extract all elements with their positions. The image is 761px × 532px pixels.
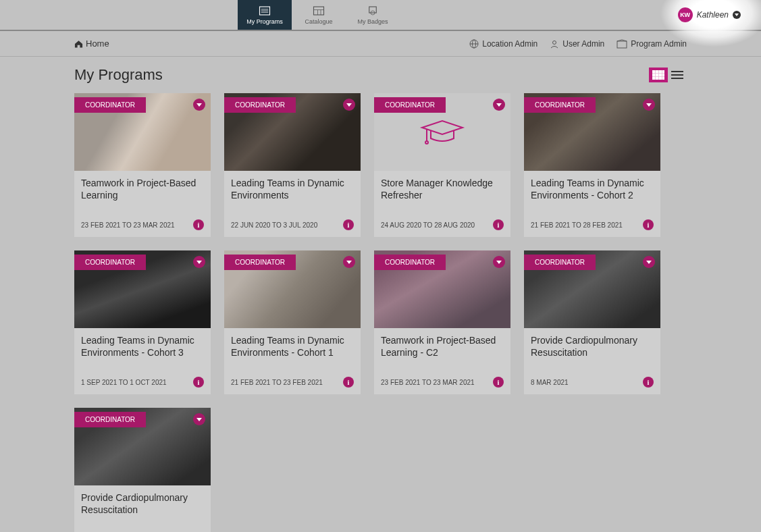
program-icon: [616, 39, 627, 49]
svg-rect-24: [656, 77, 658, 80]
card-dates: 1 SEP 2021 TO 1 OCT 2021: [81, 379, 167, 386]
program-card[interactable]: COORDINATOR Teamwork in Project-Based Le…: [374, 250, 510, 394]
programs-grid: COORDINATOR Teamwork in Project-Based Le…: [74, 93, 687, 532]
nav-my-badges[interactable]: My Badges: [346, 0, 400, 30]
program-card[interactable]: COORDINATOR Provide Cardiopulmonary Resu…: [524, 250, 660, 394]
info-button[interactable]: i: [193, 377, 204, 388]
card-menu-button[interactable]: [193, 256, 205, 268]
svg-rect-16: [656, 70, 658, 73]
chevron-down-icon: [733, 11, 741, 19]
card-image: COORDINATOR: [74, 408, 211, 485]
card-title: Leading Teams in Dynamic Environments - …: [81, 335, 204, 370]
content: My Programs COORDI: [0, 57, 761, 532]
card-dates: 23 FEB 2021 TO 23 MAR 2021: [81, 221, 175, 229]
chevron-down-icon: [346, 103, 352, 107]
location-admin-link[interactable]: Location Admin: [469, 39, 537, 49]
program-card[interactable]: COORDINATOR Leading Teams in Dynamic Env…: [524, 93, 660, 237]
role-badge: COORDINATOR: [374, 255, 446, 270]
svg-rect-17: [659, 70, 662, 73]
program-card[interactable]: COORDINATOR Leading Teams in Dynamic Env…: [224, 93, 361, 237]
view-toggle: [649, 68, 687, 82]
card-image: COORDINATOR: [74, 250, 211, 328]
svg-rect-8: [369, 7, 377, 13]
svg-point-31: [425, 141, 428, 144]
card-image: COORDINATOR: [224, 250, 361, 328]
nav-label: Catalogue: [305, 18, 332, 25]
role-badge: COORDINATOR: [74, 97, 146, 113]
program-card[interactable]: COORDINATOR Leading Teams in Dynamic Env…: [224, 250, 361, 394]
page-title: My Programs: [74, 66, 163, 84]
avatar: KW: [678, 7, 693, 22]
card-menu-button[interactable]: [643, 256, 655, 268]
user-menu[interactable]: KW Kathleen: [678, 7, 741, 22]
nav-label: My Badges: [357, 18, 388, 25]
grid-view-button[interactable]: [649, 68, 668, 82]
home-label: Home: [86, 38, 109, 49]
chevron-down-icon: [646, 261, 652, 264]
list-view-icon: [671, 70, 683, 80]
page-head: My Programs: [74, 66, 687, 84]
card-title: Store Manager Knowledge Refresher: [381, 178, 504, 213]
globe-icon: [469, 39, 479, 49]
chevron-down-icon: [496, 103, 502, 107]
card-menu-button[interactable]: [193, 413, 205, 425]
nav-my-programs[interactable]: My Programs: [238, 0, 292, 30]
card-dates: 23 FEB 2021 TO 23 MAR 2021: [381, 379, 475, 386]
role-badge: COORDINATOR: [74, 255, 146, 270]
home-icon: [74, 40, 83, 48]
svg-rect-20: [656, 74, 658, 76]
info-button[interactable]: i: [343, 377, 354, 388]
program-admin-link[interactable]: Program Admin: [616, 39, 687, 49]
svg-rect-18: [662, 70, 664, 73]
info-button[interactable]: i: [493, 219, 504, 230]
card-menu-button[interactable]: [343, 256, 355, 268]
info-button[interactable]: i: [193, 219, 204, 230]
card-image: COORDINATOR: [524, 93, 660, 171]
card-title: Teamwork in Project-Based Learning: [81, 178, 204, 213]
svg-rect-19: [652, 74, 655, 76]
svg-point-13: [553, 41, 556, 44]
info-button[interactable]: i: [343, 219, 354, 230]
card-title: Leading Teams in Dynamic Environments - …: [531, 178, 654, 213]
card-dates: 21 FEB 2021 TO 28 FEB 2021: [531, 221, 623, 229]
svg-rect-14: [617, 41, 627, 48]
card-menu-button[interactable]: [193, 99, 205, 111]
svg-rect-22: [662, 74, 664, 76]
info-button[interactable]: i: [493, 377, 504, 388]
card-dates: 22 JUN 2020 TO 3 JUL 2020: [231, 221, 317, 229]
svg-rect-21: [659, 74, 662, 76]
sub-nav: Home Location Admin User Admin Program A…: [0, 31, 761, 57]
card-menu-button[interactable]: [643, 99, 655, 111]
user-name: Kathleen: [697, 10, 729, 20]
list-icon: [259, 5, 271, 16]
card-menu-button[interactable]: [493, 256, 505, 268]
svg-rect-15: [652, 70, 655, 73]
chevron-down-icon: [496, 261, 502, 264]
role-badge: COORDINATOR: [224, 97, 296, 113]
card-dates: 24 AUG 2020 TO 28 AUG 2020: [381, 221, 475, 229]
user-icon: [550, 39, 559, 49]
nav-catalogue[interactable]: Catalogue: [292, 0, 346, 30]
list-view-button[interactable]: [668, 68, 687, 82]
card-menu-button[interactable]: [493, 99, 505, 111]
role-badge: COORDINATOR: [374, 97, 446, 113]
card-title: Provide Cardiopulmonary Resuscitation: [81, 492, 204, 527]
card-dates: 21 FEB 2021 TO 23 FEB 2021: [231, 379, 323, 386]
program-card[interactable]: COORDINATOR Leading Teams in Dynamic Env…: [74, 250, 211, 394]
card-title: Provide Cardiopulmonary Resuscitation: [531, 335, 654, 370]
user-admin-link[interactable]: User Admin: [550, 39, 604, 49]
program-card[interactable]: COORDINATOR Provide Cardiopulmonary Resu…: [74, 408, 211, 532]
top-nav: My Programs Catalogue My Badges KW Kathl…: [0, 0, 761, 31]
info-button[interactable]: i: [643, 377, 654, 388]
program-card[interactable]: COORDINATOR Store Manager Knowledge Refr…: [374, 93, 510, 237]
svg-rect-4: [314, 7, 324, 15]
card-image: COORDINATOR: [224, 93, 361, 171]
breadcrumb-home[interactable]: Home: [74, 38, 109, 49]
grid-view-icon: [652, 70, 664, 80]
card-title: Teamwork in Project-Based Learning - C2: [381, 335, 504, 370]
card-menu-button[interactable]: [343, 99, 355, 111]
program-card[interactable]: COORDINATOR Teamwork in Project-Based Le…: [74, 93, 211, 237]
card-title: Leading Teams in Dynamic Environments: [231, 178, 354, 213]
info-button[interactable]: i: [643, 219, 654, 230]
chevron-down-icon: [196, 418, 202, 421]
